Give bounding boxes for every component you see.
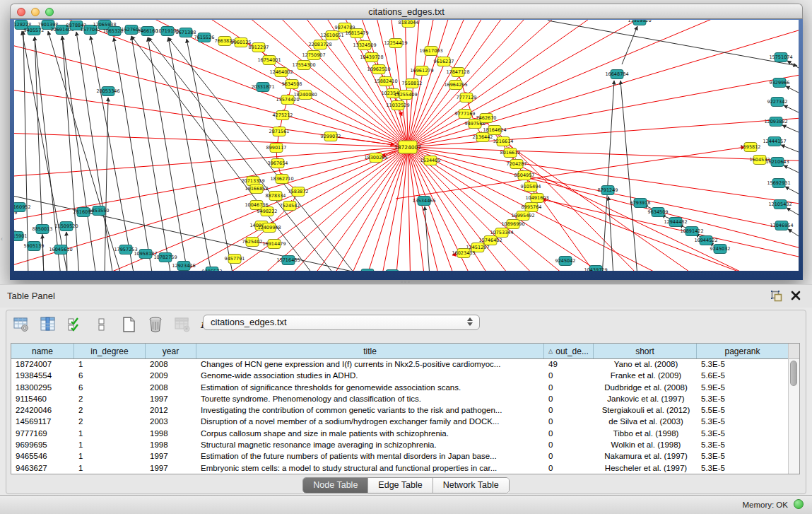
table-settings-icon[interactable] [12,315,30,334]
table-selector-dropdown[interactable]: citations_edges.txt [203,315,480,330]
close-icon[interactable] [791,291,801,300]
column-header-short[interactable]: short [594,344,697,358]
table-cell: 0 [544,382,594,394]
column-header-year[interactable]: year [146,344,196,358]
application-window: citations_edges.txt 81282289405572790139… [0,0,812,514]
table-row[interactable]: 1938455462009Genome-wide association stu… [11,370,799,382]
svg-text:16210643: 16210643 [765,159,789,165]
tab-edge-table[interactable]: Edge Table [368,478,433,493]
delete-table-icon[interactable] [146,315,165,334]
table-cell: 1 [74,463,146,474]
svg-text:10753344: 10753344 [490,230,513,235]
table-cell: Dudbridge et al. (2008) [594,382,697,394]
tab-network-table[interactable]: Network Table [433,478,509,493]
table-cell: 9463627 [11,463,74,474]
svg-text:12105432: 12105432 [768,201,792,207]
table-row[interactable]: 1872400712008Changes of HCN gene express… [11,359,799,370]
svg-text:9405572: 9405572 [24,28,45,33]
vertical-scrollbar[interactable] [788,344,799,474]
svg-text:15882410: 15882410 [374,78,397,84]
memory-status-icon[interactable] [794,499,804,509]
select-column-icon[interactable] [39,315,57,334]
unselect-all-icon[interactable] [93,315,111,334]
select-all-icon[interactable] [66,315,84,334]
svg-text:8850013: 8850013 [33,226,53,232]
svg-text:9498222: 9498222 [257,209,278,214]
svg-text:9405573: 9405573 [202,269,223,271]
table-cell: 0 [544,440,594,451]
collapse-panel-arrow-icon[interactable]: ‹ [1,236,6,243]
svg-text:11032529: 11032529 [386,103,409,108]
svg-text:15716485: 15716485 [276,257,300,263]
table-cell: Corpus callosum shape and size in male p… [196,428,544,440]
table-cell: 5.3E-5 [697,451,789,462]
column-header-title[interactable]: title [196,344,544,358]
table-cell: Tourette syndrome. Phenomenology and cla… [196,394,544,405]
svg-text:11519520: 11519520 [628,20,651,23]
svg-text:3967654: 3967654 [268,160,288,166]
table-cell: 1 [74,440,146,451]
float-window-icon[interactable] [771,291,782,302]
scrollbar-thumb[interactable] [790,361,797,386]
network-window-frame: 8128228940557279013982069140688788431577… [10,19,803,280]
table-cell: 1 [74,428,146,440]
svg-text:7462670: 7462670 [476,115,497,121]
svg-text:9634508: 9634508 [282,81,302,87]
table-cell: 2 [74,405,146,416]
network-window-titlebar[interactable]: citations_edges.txt [10,4,803,19]
table-cell: Yano et al. (2008) [594,359,697,370]
table-cell: 6 [74,382,146,394]
table-row[interactable]: 946362711997Embryonic stem cells: a mode… [11,463,799,474]
svg-text:15692931: 15692931 [767,180,790,186]
table-cell: 9115460 [11,394,74,405]
svg-text:16961279: 16961279 [410,68,433,74]
svg-text:20331871: 20331871 [251,84,274,90]
graph-node[interactable] [386,270,399,271]
table-row[interactable]: 977716911998Corpus callosum shape and si… [11,428,799,440]
table-row[interactable]: 2242004622012Investigating the contribut… [11,405,799,416]
table-panel-title: Table Panel [7,291,55,301]
table-row[interactable]: 1830029562008Estimation of significance … [11,382,799,394]
svg-text:16964295: 16964295 [444,82,467,88]
svg-text:12610651: 12610651 [320,33,343,38]
column-header-pagerank[interactable]: pagerank [697,344,789,358]
network-graph-canvas[interactable]: 8128228940557279013982069140688788431577… [14,20,799,271]
svg-text:10439728: 10439728 [360,54,383,60]
table-body: 1872400712008Changes of HCN gene express… [11,359,799,474]
svg-text:12750907: 12750907 [302,52,325,58]
svg-text:12093882: 12093882 [764,119,787,124]
table-cell: 1997 [146,394,196,405]
column-header-out-de-[interactable]: △out_de... [544,344,594,358]
table-cell: 5.9E-5 [697,382,789,394]
table-cell: 2 [74,394,146,405]
delete-column-icon[interactable] [173,315,192,334]
tab-node-table[interactable]: Node Table [303,478,368,493]
table-cell: Nakamura et al. (1997) [594,451,697,462]
svg-text:13534465: 13534465 [412,198,435,204]
table-cell: Structural magnetic resonance image aver… [196,440,544,451]
svg-text:19617093: 19617093 [419,48,442,54]
table-row[interactable]: 1456911722003Disruption of a novel membe… [11,416,799,428]
table-row[interactable]: 911546021997Tourette syndrome. Phenomeno… [11,394,799,405]
svg-text:22083728: 22083728 [308,42,331,47]
table-tabs-row: Node Table Edge Table Network Table [6,477,806,493]
svg-text:18362710: 18362710 [270,176,293,182]
table-cell: Changes of HCN gene expression and I(f) … [196,359,544,370]
svg-text:20713319: 20713319 [241,178,264,184]
column-header-name[interactable]: name [11,344,74,358]
svg-text:10891422: 10891422 [680,228,703,234]
table-cell: 2009 [146,370,196,382]
table-cell: Hescheler et al. (1997) [594,463,697,474]
table-row[interactable]: 969969511998Structural magnetic resonanc… [11,440,799,451]
table-cell: 1 [74,359,146,370]
column-header-in-degree[interactable]: in_degree [74,344,146,358]
table-row[interactable]: 946554611997Estimation of the future num… [11,451,799,462]
svg-text:7204287: 7204287 [507,161,527,167]
svg-text:12254419: 12254419 [384,40,407,46]
table-cell: 0 [544,370,594,382]
network-window: citations_edges.txt 81282289405572790139… [10,4,803,280]
table-cell: de Silva et al. (2003) [594,416,697,428]
svg-text:8878334: 8878334 [266,193,286,199]
new-table-icon[interactable] [119,315,138,334]
table-cell: 0 [544,463,594,474]
